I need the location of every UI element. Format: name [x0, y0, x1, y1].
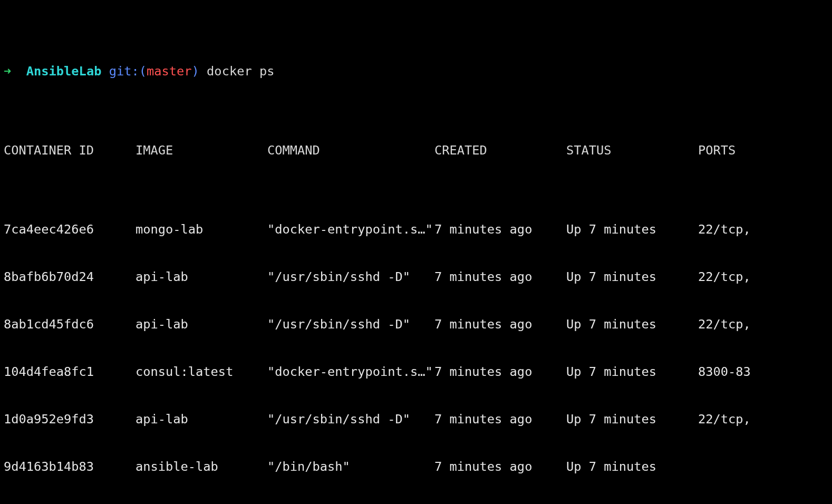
- cell-created: 7 minutes ago: [434, 221, 566, 237]
- cell-id: 7ca4eec426e6: [4, 221, 136, 237]
- col-status: STATUS: [566, 142, 698, 158]
- cell-status: Up 7 minutes: [566, 316, 698, 332]
- cell-status: Up 7 minutes: [566, 221, 698, 237]
- cell-image: api-lab: [136, 316, 267, 332]
- cell-image: api-lab: [136, 269, 267, 285]
- docker-ps-header: CONTAINER ID IMAGE COMMAND CREATED STATU…: [4, 142, 828, 158]
- table-row: 1d0a952e9fd3api-lab"/usr/sbin/sshd -D"7 …: [4, 411, 828, 427]
- cell-created: 7 minutes ago: [434, 411, 566, 427]
- cell-ports: 22/tcp,: [698, 316, 828, 332]
- cell-created: 7 minutes ago: [434, 269, 566, 285]
- git-label: git:(: [109, 64, 147, 79]
- col-ports: PORTS: [698, 142, 828, 158]
- cell-command: "/usr/sbin/sshd -D": [267, 316, 434, 332]
- cell-command: "/bin/bash": [267, 459, 434, 474]
- cell-status: Up 7 minutes: [566, 411, 698, 427]
- col-command: COMMAND: [267, 142, 434, 158]
- cell-ports: 22/tcp,: [698, 221, 828, 237]
- git-close: ): [192, 64, 199, 79]
- cell-created: 7 minutes ago: [434, 316, 566, 332]
- cell-ports: 22/tcp,: [698, 411, 828, 427]
- cell-ports: [698, 459, 828, 474]
- table-row: 9d4163b14b83ansible-lab"/bin/bash"7 minu…: [4, 459, 828, 474]
- table-row: 8ab1cd45fdc6api-lab"/usr/sbin/sshd -D"7 …: [4, 316, 828, 332]
- cell-command: "docker-entrypoint.s…": [267, 221, 434, 237]
- command-text: docker ps: [207, 64, 274, 79]
- cell-image: api-lab: [136, 411, 267, 427]
- table-row: 104d4fea8fc1consul:latest"docker-entrypo…: [4, 364, 828, 380]
- prompt-line: ➜ AnsibleLab git:(master) docker ps: [4, 63, 828, 79]
- cell-ports: 22/tcp,: [698, 269, 828, 285]
- git-branch: master: [147, 64, 192, 79]
- cell-status: Up 7 minutes: [566, 364, 698, 380]
- cell-command: "docker-entrypoint.s…": [267, 364, 434, 380]
- cell-id: 104d4fea8fc1: [4, 364, 136, 380]
- col-image: IMAGE: [136, 142, 267, 158]
- cell-image: consul:latest: [136, 364, 267, 380]
- cell-created: 7 minutes ago: [434, 364, 566, 380]
- cell-id: 8ab1cd45fdc6: [4, 316, 136, 332]
- prompt-cwd: AnsibleLab: [26, 64, 102, 79]
- col-id: CONTAINER ID: [4, 142, 136, 158]
- table-row: 7ca4eec426e6mongo-lab"docker-entrypoint.…: [4, 221, 828, 237]
- cell-command: "/usr/sbin/sshd -D": [267, 269, 434, 285]
- cell-id: 1d0a952e9fd3: [4, 411, 136, 427]
- cell-status: Up 7 minutes: [566, 459, 698, 474]
- cell-id: 9d4163b14b83: [4, 459, 136, 474]
- cell-status: Up 7 minutes: [566, 269, 698, 285]
- table-row: 8bafb6b70d24api-lab"/usr/sbin/sshd -D"7 …: [4, 269, 828, 285]
- terminal[interactable]: ➜ AnsibleLab git:(master) docker ps CONT…: [0, 0, 832, 504]
- cell-created: 7 minutes ago: [434, 459, 566, 474]
- col-created: CREATED: [434, 142, 566, 158]
- cell-ports: 8300-83: [698, 364, 828, 380]
- prompt-arrow-icon: ➜: [4, 64, 11, 79]
- cell-image: ansible-lab: [136, 459, 267, 474]
- cell-command: "/usr/sbin/sshd -D": [267, 411, 434, 427]
- cell-image: mongo-lab: [136, 221, 267, 237]
- cell-id: 8bafb6b70d24: [4, 269, 136, 285]
